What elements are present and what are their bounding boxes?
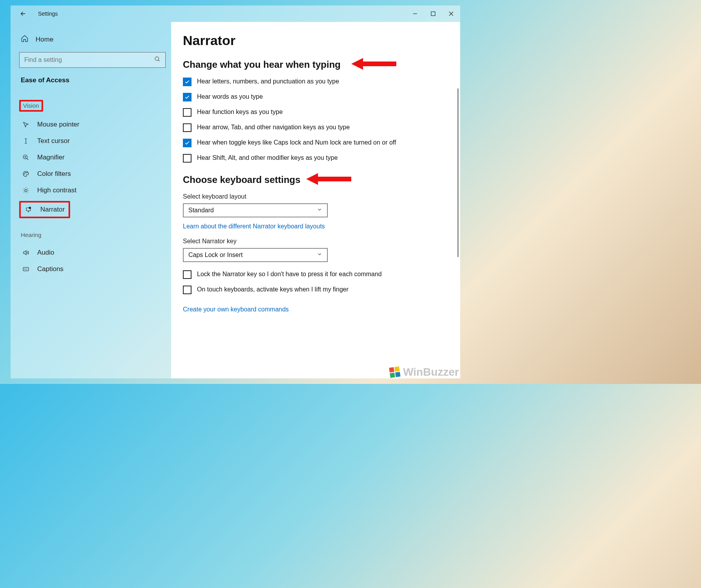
checkbox-row[interactable]: Hear function keys as you type [183,108,448,117]
group-hearing-label: Hearing [19,229,166,244]
checkbox-label: Lock the Narrator key so I don't have to… [197,270,382,279]
annotation-highlight: Narrator [19,201,70,218]
sidebar-item-mouse-pointer[interactable]: Mouse pointer [19,116,166,133]
checkbox-row[interactable]: Hear words as you type [183,92,448,101]
checkbox-label: Hear arrow, Tab, and other navigation ke… [197,123,350,132]
group-vision-label: Vision [23,102,39,109]
svg-point-8 [24,174,25,174]
nav-label: Audio [37,249,54,257]
checkbox-label: Hear Shift, Alt, and other modifier keys… [197,154,338,162]
home-nav[interactable]: Home [19,31,166,52]
page-title: Narrator [183,33,448,48]
checkbox[interactable] [183,154,192,163]
svg-line-5 [27,158,28,160]
checkbox[interactable] [183,270,192,279]
nav-label: Mouse pointer [37,121,79,128]
category-title: Ease of Access [19,76,166,84]
watermark: WinBuzzer [390,366,459,378]
learn-layouts-link[interactable]: Learn about the different Narrator keybo… [183,223,325,230]
sidebar: Home Ease of Access Vision Mouse pointer… [11,22,171,378]
section-heading-typing: Change what you hear when typing [183,59,448,70]
window-title: Settings [38,11,58,17]
back-button[interactable] [18,8,29,19]
minimize-button[interactable] [406,5,424,22]
nav-label: Text cursor [37,137,70,145]
magnifier-icon [22,154,30,161]
checkbox[interactable] [183,139,192,147]
titlebar: Settings [11,5,460,22]
checkbox-label: On touch keyboards, activate keys when I… [197,285,349,294]
sidebar-item-text-cursor[interactable]: Text cursor [19,133,166,149]
checkbox[interactable] [183,108,192,117]
sidebar-item-narrator[interactable]: Narrator [23,203,66,216]
svg-point-13 [29,207,31,209]
dropdown-value: Standard [188,207,214,214]
svg-marker-16 [351,58,396,70]
checkbox-row[interactable]: Hear Shift, Alt, and other modifier keys… [183,154,448,163]
svg-marker-17 [306,173,351,185]
close-button[interactable] [442,5,460,22]
nav-label: Color filters [37,170,71,178]
sidebar-item-magnifier[interactable]: Magnifier [19,149,166,166]
sidebar-item-color-filters[interactable]: Color filters [19,166,166,182]
captions-icon: CC [22,266,30,273]
field-label: Select Narrator key [183,238,448,245]
audio-icon [22,249,30,256]
home-label: Home [36,36,53,43]
checkbox-row[interactable]: Hear when toggle keys like Caps lock and… [183,138,448,147]
checkbox-label: Hear when toggle keys like Caps lock and… [197,138,396,147]
main-content: Narrator Change what you hear when typin… [171,22,460,378]
checkbox-row[interactable]: Lock the Narrator key so I don't have to… [183,270,448,279]
svg-rect-1 [431,12,435,16]
settings-window: Settings Home Ease of Access Vision [11,5,460,378]
dropdown-value: Caps Lock or Insert [188,251,243,259]
checkbox-label: Hear letters, numbers, and punctuation a… [197,77,339,86]
checkbox[interactable] [183,286,192,294]
sidebar-item-high-contrast[interactable]: High contrast [19,182,166,199]
cursor-icon [22,121,30,128]
checkbox[interactable] [183,93,192,101]
field-label: Select keyboard layout [183,193,448,200]
sidebar-item-audio[interactable]: Audio [19,244,166,261]
svg-point-10 [27,172,27,173]
nav-label: Captions [37,265,63,273]
sidebar-item-captions[interactable]: CC Captions [19,261,166,277]
narrator-key-dropdown[interactable]: Caps Lock or Insert [183,248,328,262]
search-icon [154,56,161,64]
checkbox-row[interactable]: On touch keyboards, activate keys when I… [183,285,448,294]
chevron-down-icon [317,251,322,259]
svg-point-9 [25,172,26,173]
checkbox-label: Hear function keys as you type [197,108,283,116]
checkbox-row[interactable]: Hear arrow, Tab, and other navigation ke… [183,123,448,132]
annotation-highlight: Vision [19,100,43,112]
svg-line-3 [158,60,159,61]
search-box[interactable] [19,52,166,68]
narrator-icon [25,206,33,213]
nav-label: Magnifier [37,154,65,161]
watermark-text: WinBuzzer [403,366,459,378]
annotation-arrow [306,171,353,187]
nav-label: High contrast [37,186,76,194]
chevron-down-icon [317,207,322,214]
text-cursor-icon [22,138,30,145]
search-input[interactable] [24,56,154,63]
scrollbar[interactable] [457,89,459,257]
svg-point-11 [25,189,27,192]
nav-label: Narrator [40,206,65,213]
checkbox-label: Hear words as you type [197,92,263,101]
palette-icon [22,170,30,177]
checkbox-row[interactable]: Hear letters, numbers, and punctuation a… [183,77,448,86]
create-commands-link[interactable]: Create your own keyboard commands [183,306,289,313]
maximize-button[interactable] [424,5,442,22]
checkbox[interactable] [183,123,192,132]
svg-text:CC: CC [24,268,28,270]
checkbox[interactable] [183,78,192,86]
annotation-arrow [351,56,398,72]
keyboard-layout-dropdown[interactable]: Standard [183,203,328,217]
svg-point-2 [155,57,159,60]
home-icon [21,34,29,44]
logo-icon [389,366,400,378]
brightness-icon [22,187,30,194]
